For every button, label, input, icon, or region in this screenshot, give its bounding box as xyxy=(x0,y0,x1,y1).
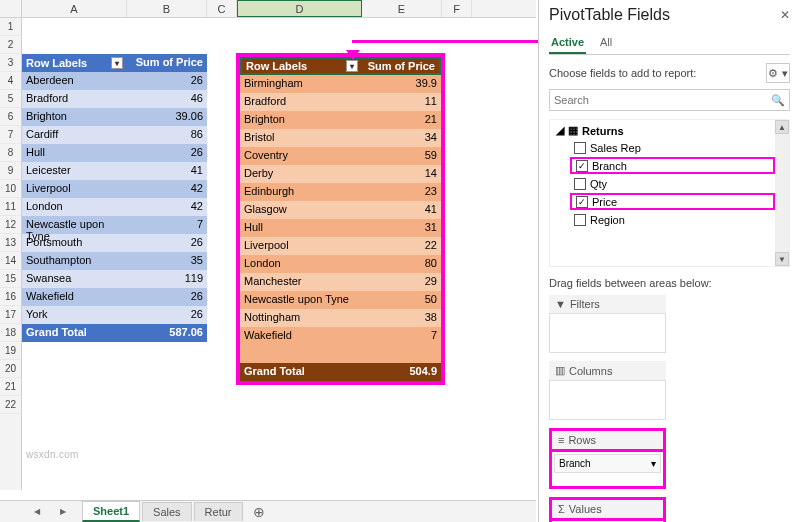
col-header-c[interactable]: C xyxy=(207,0,237,17)
table-row[interactable]: Newcastle upon Tyne7 xyxy=(22,216,207,234)
drag-label: Drag fields between areas below: xyxy=(549,277,790,289)
row-header[interactable]: 13 xyxy=(0,234,21,252)
row-header[interactable]: 6 xyxy=(0,108,21,126)
area-values[interactable]: ΣValues Sum of Price▾ xyxy=(549,497,666,522)
table-row[interactable]: Portsmouth26 xyxy=(22,234,207,252)
table-node-returns[interactable]: ◢ ▦ Returns xyxy=(552,122,787,139)
row-header[interactable]: 21 xyxy=(0,378,21,396)
area-columns[interactable]: ▥Columns xyxy=(549,361,666,420)
area-rows[interactable]: ≡Rows Branch▾ xyxy=(549,428,666,489)
row-header[interactable]: 22 xyxy=(0,396,21,414)
col-header-e[interactable]: E xyxy=(362,0,442,17)
field-item[interactable]: Price xyxy=(570,193,775,210)
sheet-tab-sales[interactable]: Sales xyxy=(142,502,192,521)
row-header[interactable]: 12 xyxy=(0,216,21,234)
table-row[interactable]: London42 xyxy=(22,198,207,216)
col-header-b[interactable]: B xyxy=(127,0,207,17)
search-icon[interactable]: 🔍 xyxy=(767,90,789,110)
table-row[interactable]: Hull31 xyxy=(240,219,441,237)
tab-nav-prev-icon[interactable]: ◀ xyxy=(30,505,44,519)
row-header[interactable]: 11 xyxy=(0,198,21,216)
row-header[interactable]: 1 xyxy=(0,18,21,36)
gear-icon[interactable]: ⚙ ▾ xyxy=(766,63,790,83)
table-row[interactable]: Edinburgh23 xyxy=(240,183,441,201)
row-header[interactable]: 17 xyxy=(0,306,21,324)
row-header[interactable]: 19 xyxy=(0,342,21,360)
table-row[interactable]: Wakefield7 xyxy=(240,327,441,345)
table-row[interactable]: London80 xyxy=(240,255,441,273)
row-header[interactable]: 5 xyxy=(0,90,21,108)
table-row[interactable]: Glasgow41 xyxy=(240,201,441,219)
row-header[interactable]: 20 xyxy=(0,360,21,378)
table-row[interactable]: Coventry59 xyxy=(240,147,441,165)
table-row[interactable]: Wakefield26 xyxy=(22,288,207,306)
table-row[interactable]: Bristol34 xyxy=(240,129,441,147)
pane-title: PivotTable Fields xyxy=(549,6,670,24)
checkbox[interactable] xyxy=(576,196,588,208)
row-headers: 12345678910111213141516171819202122 xyxy=(0,18,22,490)
table-row[interactable]: Derby14 xyxy=(240,165,441,183)
field-item[interactable]: Region xyxy=(552,211,787,228)
table-row[interactable]: Liverpool42 xyxy=(22,180,207,198)
table-row[interactable]: Southampton35 xyxy=(22,252,207,270)
rows-item-branch[interactable]: Branch▾ xyxy=(554,454,661,473)
row-header[interactable]: 2 xyxy=(0,36,21,54)
filter-dropdown-icon[interactable]: ▾ xyxy=(111,57,123,69)
table-row[interactable]: Hull26 xyxy=(22,144,207,162)
table-row[interactable]: Newcastle upon Tyne50 xyxy=(240,291,441,309)
field-item[interactable]: Branch xyxy=(570,157,775,174)
scrollbar[interactable]: ▲▼ xyxy=(775,120,789,266)
row-header[interactable]: 3 xyxy=(0,54,21,72)
row-header[interactable]: 10 xyxy=(0,180,21,198)
row-header[interactable]: 7 xyxy=(0,126,21,144)
scroll-up-icon[interactable]: ▲ xyxy=(775,120,789,134)
table-row[interactable]: Cardiff86 xyxy=(22,126,207,144)
row-header[interactable]: 14 xyxy=(0,252,21,270)
table-row[interactable]: Bradford11 xyxy=(240,93,441,111)
select-all-corner[interactable] xyxy=(0,0,22,17)
row-header[interactable]: 16 xyxy=(0,288,21,306)
checkbox[interactable] xyxy=(574,214,586,226)
close-icon[interactable]: ✕ xyxy=(780,8,790,22)
table-row[interactable]: Leicester41 xyxy=(22,162,207,180)
area-filters[interactable]: ▼Filters xyxy=(549,295,666,353)
pivot1-total-label: Grand Total xyxy=(22,324,127,342)
row-header[interactable]: 15 xyxy=(0,270,21,288)
sheet-tab-returns[interactable]: Retur xyxy=(194,502,243,521)
table-row[interactable]: Brighton39.06 xyxy=(22,108,207,126)
col-header-f[interactable]: F xyxy=(442,0,472,17)
sheet-tab-active[interactable]: Sheet1 xyxy=(82,501,140,522)
row-header[interactable]: 18 xyxy=(0,324,21,342)
table-row[interactable]: Brighton21 xyxy=(240,111,441,129)
table-row[interactable]: Birmingham39.9 xyxy=(240,75,441,93)
tab-active[interactable]: Active xyxy=(549,32,586,54)
row-header[interactable]: 4 xyxy=(0,72,21,90)
col-header-d[interactable]: D xyxy=(237,0,362,17)
cells-canvas[interactable]: Row Labels▾ Sum of Price Aberdeen26Bradf… xyxy=(22,18,536,490)
add-sheet-icon[interactable]: ⊕ xyxy=(249,504,269,520)
tab-all[interactable]: All xyxy=(598,32,614,54)
table-row[interactable]: Bradford46 xyxy=(22,90,207,108)
field-item[interactable]: Sales Rep xyxy=(552,139,787,156)
col-header-a[interactable]: A xyxy=(22,0,127,17)
table-row[interactable]: Manchester29 xyxy=(240,273,441,291)
chevron-down-icon[interactable]: ▾ xyxy=(651,458,656,469)
search-input[interactable] xyxy=(550,90,767,110)
table-row[interactable]: Nottingham38 xyxy=(240,309,441,327)
field-item[interactable]: Qty xyxy=(552,175,787,192)
row-header[interactable]: 8 xyxy=(0,144,21,162)
table-row[interactable]: Liverpool22 xyxy=(240,237,441,255)
checkbox[interactable] xyxy=(576,160,588,172)
filter-dropdown-icon[interactable]: ▾ xyxy=(346,60,358,72)
collapse-icon[interactable]: ◢ xyxy=(556,124,564,137)
checkbox[interactable] xyxy=(574,142,586,154)
table-row[interactable]: York26 xyxy=(22,306,207,324)
checkbox[interactable] xyxy=(574,178,586,190)
pivot1-sum-header: Sum of Price xyxy=(127,54,207,72)
row-header[interactable]: 9 xyxy=(0,162,21,180)
table-row[interactable]: Aberdeen26 xyxy=(22,72,207,90)
scroll-down-icon[interactable]: ▼ xyxy=(775,252,789,266)
search-field[interactable]: 🔍 xyxy=(549,89,790,111)
tab-nav-next-icon[interactable]: ▶ xyxy=(56,505,70,519)
table-row[interactable]: Swansea119 xyxy=(22,270,207,288)
